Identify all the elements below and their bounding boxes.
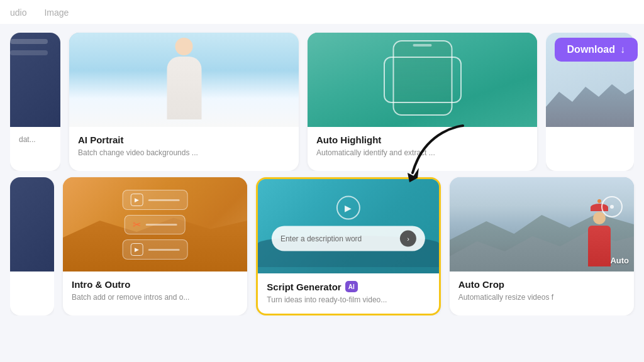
- script-generator-card[interactable]: ▶ Enter a description word › Script Gene…: [256, 177, 440, 315]
- auto-highlight-desc: Automatically identify and extract ...: [316, 148, 528, 158]
- auto-highlight-title: Auto Highlight: [316, 134, 528, 145]
- top-bar: udio Image: [0, 0, 644, 24]
- download-icon: ↓: [620, 44, 625, 55]
- tab-studio[interactable]: udio: [10, 8, 26, 18]
- script-arrow-icon[interactable]: ›: [400, 231, 416, 247]
- scissors-icon-pill: ✂: [125, 215, 186, 234]
- play-icon-pill: ▶: [123, 190, 188, 210]
- auto-highlight-card[interactable]: Auto Highlight Automatically identify an…: [308, 33, 537, 171]
- ai-badge: AI: [345, 281, 358, 292]
- phone-frame: [392, 40, 452, 116]
- script-play-icon: ▶: [336, 196, 360, 220]
- partial-card-left-2: [10, 177, 54, 315]
- auto-label: Auto: [610, 256, 629, 265]
- ai-portrait-desc: Batch change video backgrounds ...: [78, 148, 290, 158]
- partial-card-left: dat...: [10, 33, 60, 171]
- auto-crop-desc: Automatically resize videos f: [458, 292, 625, 303]
- ai-portrait-title: AI Portrait: [78, 134, 290, 145]
- intro-outro-title: Intro & Outro: [72, 279, 238, 290]
- script-generator-desc: Turn ideas into ready-to-film video...: [267, 295, 430, 305]
- autocrop-target-icon: [601, 196, 623, 217]
- tab-image[interactable]: Image: [44, 8, 69, 18]
- card-row-2: ▶ ✂ ▶ Int: [0, 171, 644, 315]
- partial-left-desc: dat...: [19, 134, 52, 145]
- download-label: Download: [567, 44, 615, 55]
- auto-crop-card[interactable]: Auto Auto Crop Automatically resize vide…: [450, 177, 634, 315]
- intro-outro-desc: Batch add or remove intros and o...: [72, 292, 238, 303]
- script-input-pill[interactable]: Enter a description word ›: [272, 226, 425, 251]
- script-input-placeholder: Enter a description word: [280, 234, 362, 243]
- script-generator-title: Script Generator AI: [267, 281, 430, 292]
- intro-outro-card[interactable]: ▶ ✂ ▶ Int: [63, 177, 247, 315]
- auto-crop-title: Auto Crop: [458, 279, 625, 290]
- scissors-icon: ✂: [133, 219, 141, 231]
- card-row-1: dat... AI Portrait: [0, 24, 644, 171]
- film-icon-pill: ▶: [123, 239, 188, 260]
- ai-portrait-card[interactable]: AI Portrait Batch change video backgroun…: [69, 33, 299, 171]
- download-button[interactable]: Download ↓: [555, 38, 638, 62]
